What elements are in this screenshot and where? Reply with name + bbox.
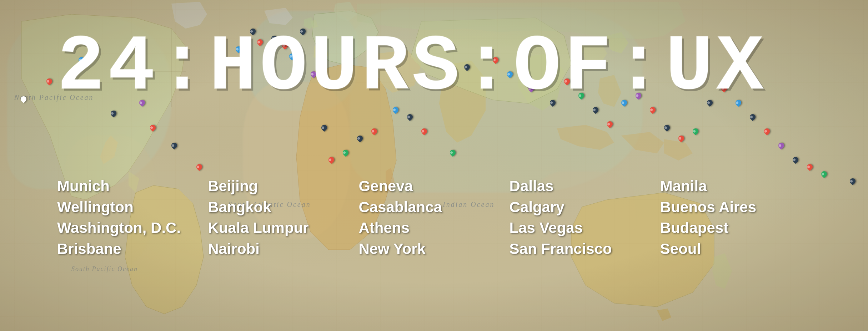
city-column-5: Manila Buenos Aires Budapest Seoul (660, 176, 811, 260)
city-athens: Athens (358, 218, 509, 239)
city-bangkok: Bangkok (208, 197, 358, 218)
city-kuala-lumpur: Kuala Lumpur (208, 218, 358, 239)
city-munich: Munich (57, 176, 208, 197)
city-beijing: Beijing (208, 176, 358, 197)
city-brisbane: Brisbane (57, 239, 208, 260)
city-columns: Munich Wellington Washington, D.C. Brisb… (57, 176, 811, 260)
city-geneva: Geneva (358, 176, 509, 197)
city-manila: Manila (660, 176, 811, 197)
city-column-2: Beijing Bangkok Kuala Lumpur Nairobi (208, 176, 358, 260)
banner: North Pacific Ocean South Atlantic Ocean… (0, 0, 868, 331)
main-title: 24:HOURS:OF:UX (57, 29, 767, 107)
city-las-vegas: Las Vegas (510, 218, 660, 239)
city-column-1: Munich Wellington Washington, D.C. Brisb… (57, 176, 208, 260)
city-nairobi: Nairobi (208, 239, 358, 260)
city-new-york: New York (358, 239, 509, 260)
city-washington: Washington, D.C. (57, 218, 208, 239)
city-calgary: Calgary (510, 197, 660, 218)
city-wellington: Wellington (57, 197, 208, 218)
city-san-francisco: San Francisco (510, 239, 660, 260)
city-dallas: Dallas (510, 176, 660, 197)
city-budapest: Budapest (660, 218, 811, 239)
city-casablanca: Casablanca (358, 197, 509, 218)
city-column-4: Dallas Calgary Las Vegas San Francisco (510, 176, 660, 260)
city-buenos-aires: Buenos Aires (660, 197, 811, 218)
city-seoul: Seoul (660, 239, 811, 260)
city-column-3: Geneva Casablanca Athens New York (358, 176, 509, 260)
